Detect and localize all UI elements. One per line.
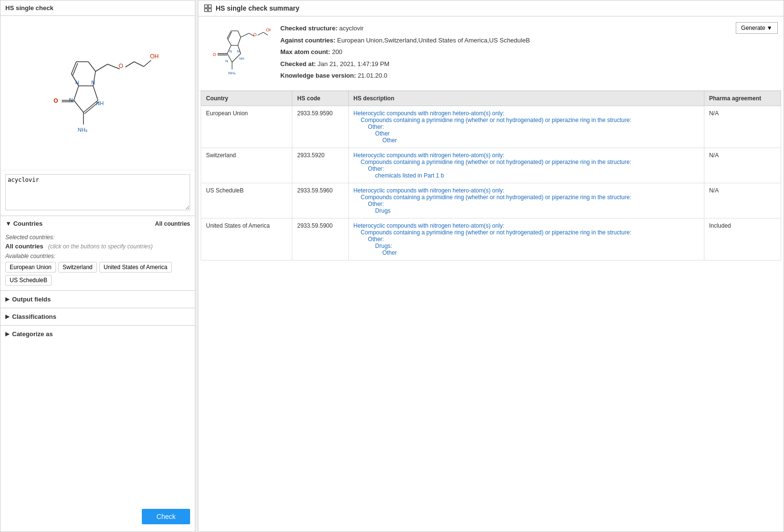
cell-hsdesc: Heterocyclic compounds with nitrogen het… <box>348 148 704 183</box>
svg-text:N: N <box>237 49 240 54</box>
classifications-label: Classifications <box>12 313 56 320</box>
generate-button-label: Generate <box>741 25 765 31</box>
structure-textarea[interactable]: acyclovir <box>5 174 190 210</box>
cell-pharma: N/A <box>704 183 781 218</box>
country-btn-usschedule[interactable]: US ScheduleB <box>5 275 52 286</box>
countries-section-content: Selected countries: All countries (click… <box>0 231 195 290</box>
svg-text:NH: NH <box>239 57 244 60</box>
checked-at-line: Checked at: Jan 21, 2021, 1:47:19 PM <box>280 59 774 69</box>
cell-pharma: N/A <box>704 106 781 148</box>
svg-line-22 <box>108 64 120 69</box>
svg-text:O: O <box>119 63 123 69</box>
output-fields-header[interactable]: ▶ Output fields <box>0 291 195 308</box>
cell-hscode: 2933.59.5960 <box>292 183 349 218</box>
classifications-arrow: ▶ <box>5 314 9 320</box>
results-table-container: Country HS code HS description Pharma ag… <box>198 91 784 532</box>
country-btn-ch[interactable]: Switzerland <box>58 262 97 273</box>
cell-country: European Union <box>201 106 292 148</box>
cell-country: United States of America <box>201 218 292 260</box>
output-fields-section: ▶ Output fields <box>0 290 195 308</box>
molecule-structure-svg: N N N NH NH₂ O O OH <box>30 26 165 161</box>
country-btn-usa[interactable]: United States of America <box>99 262 172 273</box>
svg-text:O: O <box>253 32 257 37</box>
cell-hsdesc: Heterocyclic compounds with nitrogen het… <box>348 183 704 218</box>
cell-hscode: 2933.5920 <box>292 148 349 183</box>
svg-text:NH₂: NH₂ <box>78 127 87 133</box>
right-panel-title: HS single check summary <box>198 0 784 16</box>
cell-hscode: 2933.59.9590 <box>292 106 349 148</box>
structure-input-area: acyclovir <box>0 170 195 216</box>
results-table: Country HS code HS description Pharma ag… <box>201 91 781 260</box>
svg-text:OH: OH <box>150 53 159 60</box>
cell-pharma: N/A <box>704 148 781 183</box>
svg-text:OH: OH <box>266 27 271 32</box>
svg-text:N: N <box>225 59 228 63</box>
categorize-arrow: ▶ <box>5 331 9 337</box>
col-country: Country <box>201 91 292 106</box>
countries-section-header[interactable]: ▼ Countries All countries <box>0 216 195 231</box>
svg-rect-31 <box>208 9 211 12</box>
output-fields-arrow: ▶ <box>5 296 9 302</box>
col-hsdesc: HS description <box>348 91 704 106</box>
svg-line-8 <box>88 62 96 71</box>
classifications-section: ▶ Classifications <box>0 308 195 325</box>
svg-rect-29 <box>208 5 211 8</box>
cell-hscode: 2933.59.5900 <box>292 218 349 260</box>
grid-icon <box>204 4 212 12</box>
molecule-display: N N N NH NH₂ O O OH <box>0 16 195 170</box>
table-row: United States of America2933.59.5900Hete… <box>201 218 781 260</box>
svg-line-3 <box>93 86 98 100</box>
col-pharma: Pharma agreement <box>704 91 781 106</box>
svg-text:NH₂: NH₂ <box>228 71 235 75</box>
categorize-header[interactable]: ▶ Categorize as <box>0 326 195 342</box>
svg-line-56 <box>263 32 268 35</box>
generate-dropdown-arrow: ▼ <box>767 25 772 31</box>
summary-content: O N N N NH NH₂ O OH Checked structur <box>198 16 784 91</box>
country-buttons-container: European Union Switzerland United States… <box>5 262 190 286</box>
generate-button[interactable]: Generate ▼ <box>736 22 778 34</box>
svg-rect-30 <box>205 9 207 12</box>
table-body: European Union2933.59.9590Heterocyclic c… <box>201 106 781 260</box>
svg-line-0 <box>74 100 83 112</box>
svg-line-55 <box>258 32 263 35</box>
categorize-label: Categorize as <box>12 330 53 338</box>
table-row: Switzerland2933.5920Heterocyclic compoun… <box>201 148 781 183</box>
output-fields-label: Output fields <box>12 296 51 303</box>
summary-info: Checked structure: acyclovir Against cou… <box>280 24 774 83</box>
svg-line-21 <box>96 64 108 71</box>
classifications-header[interactable]: ▶ Classifications <box>0 308 195 325</box>
right-panel-title-text: HS single check summary <box>216 4 300 12</box>
check-button[interactable]: Check <box>142 509 190 524</box>
click-hint: (click on the buttons to specify countri… <box>48 243 153 250</box>
thumbnail-svg: O N N N NH NH₂ O OH <box>208 24 271 77</box>
countries-section: ▼ Countries All countries Selected count… <box>0 216 195 290</box>
selected-countries-label: Selected countries: <box>5 234 190 241</box>
svg-line-40 <box>238 31 241 37</box>
svg-line-24 <box>125 62 134 67</box>
svg-line-37 <box>227 38 231 45</box>
col-hscode: HS code <box>292 91 349 106</box>
country-btn-eu[interactable]: European Union <box>5 262 56 273</box>
svg-text:N: N <box>75 80 79 85</box>
cell-hsdesc: Heterocyclic compounds with nitrogen het… <box>348 106 704 148</box>
molecule-thumbnail: O N N N NH NH₂ O OH <box>208 24 271 77</box>
checked-structure-line: Checked structure: acyclovir <box>280 24 774 33</box>
left-panel: HS single check <box>0 0 195 532</box>
all-countries-link[interactable]: All countries <box>155 220 190 227</box>
check-button-area: Check <box>0 502 195 532</box>
left-panel-title: HS single check <box>0 0 195 16</box>
table-row: European Union2933.59.9590Heterocyclic c… <box>201 106 781 148</box>
svg-text:N: N <box>229 49 232 54</box>
svg-line-52 <box>241 33 249 37</box>
right-panel: HS single check summary <box>198 0 784 532</box>
against-countries-line: Against countries: European Union,Switze… <box>280 36 774 45</box>
categorize-section: ▶ Categorize as <box>0 325 195 342</box>
table-header: Country HS code HS description Pharma ag… <box>201 91 781 106</box>
svg-line-1 <box>74 86 79 100</box>
table-row: US ScheduleB2933.59.5960Heterocyclic com… <box>201 183 781 218</box>
cell-pharma: Included <box>704 218 781 260</box>
available-countries-label: Available countries: <box>5 253 190 259</box>
svg-line-26 <box>144 60 151 67</box>
all-countries-row: All countries (click on the buttons to s… <box>5 243 190 250</box>
svg-rect-28 <box>205 5 207 8</box>
